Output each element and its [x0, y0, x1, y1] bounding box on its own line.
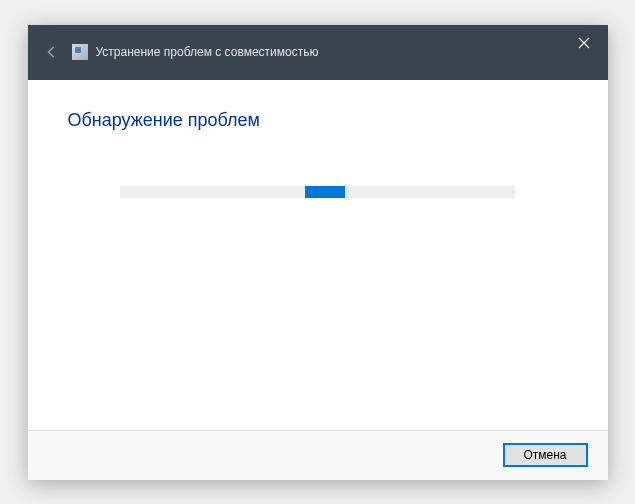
footer: Отмена — [28, 430, 608, 480]
cancel-button[interactable]: Отмена — [503, 443, 588, 467]
progress-indicator — [305, 186, 345, 198]
back-button — [40, 40, 64, 64]
arrow-left-icon — [45, 45, 59, 59]
close-button[interactable] — [568, 31, 600, 55]
page-heading: Обнаружение проблем — [68, 110, 568, 131]
close-icon — [578, 37, 590, 49]
content-area: Обнаружение проблем — [28, 80, 608, 430]
window-title: Устранение проблем с совместимостью — [96, 45, 319, 59]
troubleshooter-dialog: Устранение проблем с совместимостью Обна… — [28, 25, 608, 480]
titlebar: Устранение проблем с совместимостью — [28, 25, 608, 80]
troubleshooter-icon — [72, 44, 88, 60]
progress-bar — [120, 186, 515, 198]
